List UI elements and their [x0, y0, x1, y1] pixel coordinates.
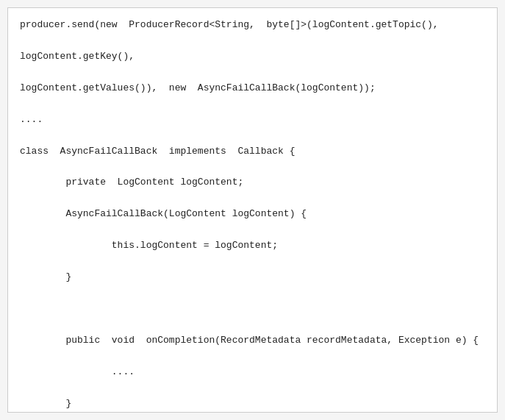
code-container: producer.send(new ProducerRecord<String,…	[7, 7, 498, 413]
code-block: producer.send(new ProducerRecord<String,…	[20, 17, 485, 413]
